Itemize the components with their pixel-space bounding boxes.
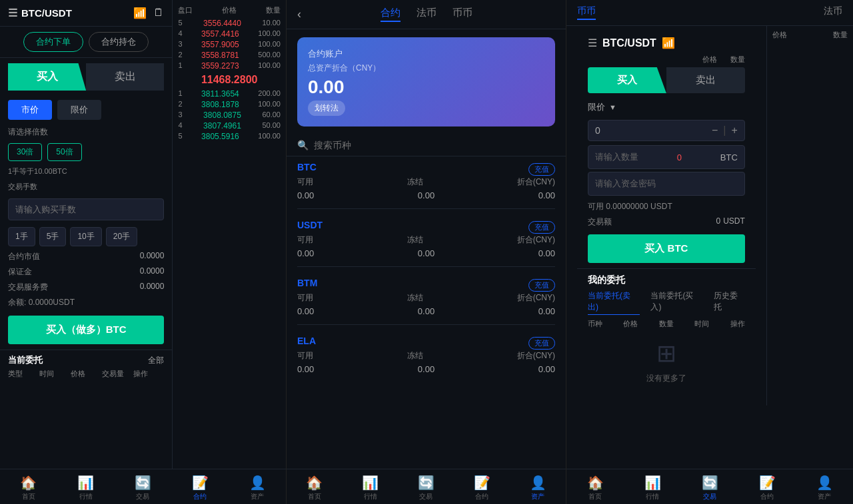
- tab-coin-center[interactable]: 币币: [452, 7, 472, 22]
- stepper-divider: |: [723, 125, 726, 136]
- center-tabs: 合约 法币 币币: [381, 7, 472, 22]
- balance-row: 余额: 0.0000USDT: [0, 295, 172, 310]
- hand20-btn[interactable]: 20手: [106, 227, 137, 246]
- back-arrow[interactable]: ‹: [297, 7, 301, 21]
- limit-btn[interactable]: 限价: [57, 100, 101, 120]
- coin-usdt: USDT 充值 可用 冻结 折合(CNY) 0.00 0.00 0.00: [287, 214, 566, 261]
- nav-contract-label-right: 合约: [760, 492, 774, 501]
- btc-charge-btn[interactable]: 充值: [528, 163, 555, 176]
- nav-assets-center[interactable]: 👤 资产: [530, 475, 546, 501]
- nav-trade-left[interactable]: 🔄 交易: [135, 475, 151, 501]
- usdt-values: 0.00 0.00 0.00: [297, 248, 555, 258]
- tab-contract-center[interactable]: 合约: [381, 7, 401, 22]
- minus-icon[interactable]: −: [712, 125, 718, 136]
- market-icon-left: 📊: [77, 475, 94, 491]
- transfer-btn[interactable]: 划转法: [308, 101, 345, 116]
- right-order-tab2[interactable]: 当前委托(买入): [650, 290, 702, 315]
- transfer-label: 划转法: [315, 103, 339, 114]
- btm-cols: 可用 冻结 折合(CNY): [297, 292, 555, 304]
- nav-assets-left[interactable]: 👤 资产: [249, 475, 266, 501]
- right-qty-row: 请输入数量 0 BTC: [588, 145, 745, 169]
- right-qty-unit: BTC: [720, 152, 738, 162]
- buy-main-btn[interactable]: 买入: [8, 63, 86, 91]
- nav-home-left[interactable]: 🏠 首页: [20, 475, 37, 501]
- btc-name: BTC: [297, 162, 317, 172]
- right-order-tab3[interactable]: 历史委托: [714, 290, 745, 315]
- nav-market-center[interactable]: 📊 行情: [362, 475, 379, 501]
- nav-contract-center[interactable]: 📝 合约: [474, 475, 490, 501]
- orders-title: 当前委托: [8, 354, 43, 366]
- contract-icon-center: 📝: [474, 475, 490, 491]
- ob-bid-3: 33808.087560.00: [178, 110, 281, 121]
- tab-fiat-right[interactable]: 法币: [824, 5, 842, 20]
- margin-value: 0.0000: [140, 266, 165, 278]
- search-bar: 🔍: [287, 134, 566, 156]
- ela-charge-btn[interactable]: 充值: [528, 337, 555, 350]
- sell-main-btn[interactable]: 卖出: [86, 63, 164, 91]
- account-title: 合约账户: [308, 48, 544, 60]
- nav-contract-left[interactable]: 📝 合约: [192, 475, 209, 501]
- btm-values: 0.00 0.00 0.00: [297, 306, 555, 316]
- nav-home-center[interactable]: 🏠 首页: [306, 475, 323, 501]
- hand10-btn[interactable]: 10手: [70, 227, 101, 246]
- hand5-btn[interactable]: 5手: [39, 227, 67, 246]
- nav-home-label-center: 首页: [308, 492, 321, 501]
- right-chart-icon[interactable]: 📶: [662, 37, 675, 49]
- ob-main-price: 11468.2800: [201, 74, 258, 85]
- nav-market-right[interactable]: 📊 行情: [644, 475, 661, 501]
- right-order-tab1[interactable]: 当前委托(卖出): [588, 290, 640, 315]
- right-buy-btn[interactable]: 买入: [588, 67, 666, 93]
- right-qty-label: 请输入数量: [595, 151, 638, 163]
- mult30-btn[interactable]: 30倍: [8, 143, 42, 161]
- nav-contract-label-center: 合约: [475, 492, 488, 501]
- coins-list: BTC 充值 可用 冻结 折合(CNY) 0.00 0.00 0.00 USDT…: [287, 156, 566, 490]
- ob-ask-4: 43557.4416100.00: [178, 29, 281, 39]
- contract-value-label: 合约市值: [8, 251, 40, 262]
- right-price-input[interactable]: [595, 125, 712, 136]
- nav-market-left[interactable]: 📊 行情: [77, 475, 94, 501]
- orders-icon[interactable]: 🗒: [153, 7, 164, 19]
- usdt-charge-btn[interactable]: 充值: [528, 221, 555, 234]
- right-password-row: 请输入资金密码: [588, 172, 745, 196]
- nav-home-right[interactable]: 🏠 首页: [587, 475, 604, 501]
- ela-cols: 可用 冻结 折合(CNY): [297, 350, 555, 362]
- market-btn[interactable]: 市价: [8, 100, 52, 120]
- nav-trade-center[interactable]: 🔄 交易: [418, 475, 434, 501]
- mult50-btn[interactable]: 50倍: [47, 143, 81, 161]
- tab-coin-right[interactable]: 币币: [577, 5, 596, 20]
- search-input-center[interactable]: [314, 140, 555, 150]
- hand1-btn[interactable]: 1手: [8, 227, 35, 246]
- nav-contract-right[interactable]: 📝 合约: [759, 475, 776, 501]
- multiplier-row: 30倍 50倍: [0, 140, 172, 164]
- nav-assets-label-center: 资产: [531, 492, 544, 501]
- plus-icon[interactable]: +: [732, 125, 738, 136]
- col-time: 时间: [39, 369, 71, 379]
- tab-order[interactable]: 合约下单: [23, 32, 83, 52]
- right-orders-tabs: 当前委托(卖出) 当前委托(买入) 历史委托: [588, 290, 745, 315]
- nav-assets-right[interactable]: 👤 资产: [816, 475, 833, 501]
- btm-charge-btn[interactable]: 充值: [528, 279, 555, 292]
- tab-hold[interactable]: 合约持仓: [89, 32, 149, 52]
- contract-tabs: 合约下单 合约持仓: [0, 27, 172, 58]
- menu-icon[interactable]: ☰: [8, 7, 17, 19]
- chart-icon[interactable]: 📶: [133, 7, 147, 19]
- buy-action-btn[interactable]: 买入（做多）BTC: [8, 316, 164, 344]
- right-buy-action-btn[interactable]: 买入 BTC: [588, 234, 745, 263]
- col-action: 操作: [133, 369, 165, 379]
- right-qty-num: 0: [677, 152, 682, 162]
- right-sell-btn[interactable]: 卖出: [666, 67, 745, 93]
- nav-market-label-center: 行情: [364, 492, 377, 501]
- coin-ela: ELA 充值 可用 冻结 折合(CNY) 0.00 0.00 0.00: [287, 330, 566, 377]
- right-limit-label: 限价: [588, 101, 605, 113]
- ob-bid-1: 13811.3654200.00: [178, 89, 281, 99]
- usdt-name: USDT: [297, 220, 323, 230]
- right-menu-icon[interactable]: ☰: [588, 37, 597, 49]
- btc-cols: 可用 冻结 折合(CNY): [297, 176, 555, 188]
- right-header: 币币 法币: [566, 0, 853, 26]
- tab-fiat-center[interactable]: 法币: [417, 7, 436, 22]
- orders-all[interactable]: 全部: [148, 355, 164, 366]
- market-icon-center: 📊: [362, 475, 379, 491]
- hands-input[interactable]: [8, 198, 164, 220]
- nav-trade-right[interactable]: 🔄 交易: [702, 475, 718, 501]
- ob-bid-2: 23808.1878100.00: [178, 99, 281, 110]
